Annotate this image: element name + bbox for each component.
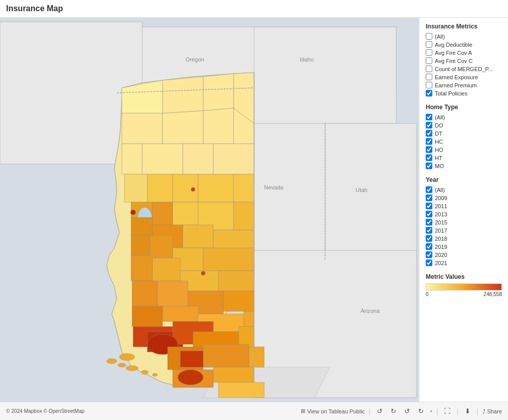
year-label-yr_2018[interactable]: 2018 bbox=[435, 236, 447, 242]
home-type-label-ht_ht[interactable]: HT bbox=[435, 155, 442, 161]
dropdown-arrow: ▾ bbox=[430, 408, 432, 414]
insurance-metric-checkbox-count_merged[interactable] bbox=[426, 66, 432, 72]
metric-gradient: 0 246,558 bbox=[426, 283, 502, 297]
svg-marker-57 bbox=[239, 327, 254, 347]
home-type-checkbox-ht_ho[interactable] bbox=[426, 146, 432, 153]
year-checkbox-yr_2011[interactable] bbox=[426, 203, 432, 209]
undo-button[interactable]: ↺ bbox=[375, 406, 385, 416]
year-label-yr_2011[interactable]: 2011 bbox=[435, 203, 447, 209]
redo-button[interactable]: ↻ bbox=[389, 406, 398, 416]
footer-divider-3: | bbox=[457, 407, 459, 415]
svg-marker-41 bbox=[152, 258, 180, 281]
home-type-label-ht_do[interactable]: DO bbox=[435, 122, 443, 128]
home-type-label-ht_all[interactable]: (All) bbox=[435, 114, 445, 120]
year-label-yr_2020[interactable]: 2020 bbox=[435, 252, 447, 258]
california-map bbox=[107, 73, 264, 398]
svg-marker-39 bbox=[203, 248, 254, 271]
svg-marker-40 bbox=[131, 255, 152, 281]
insurance-metric-checkbox-avg_fire_cov_a[interactable] bbox=[426, 49, 432, 56]
share-button[interactable]: ⤴ Share bbox=[483, 408, 502, 414]
svg-marker-64 bbox=[213, 367, 254, 382]
svg-marker-60 bbox=[203, 344, 249, 367]
year-label-yr_2009[interactable]: 2009 bbox=[435, 195, 447, 201]
year-checkbox-yr_2020[interactable] bbox=[426, 251, 432, 258]
home-type-checkbox-ht_do[interactable] bbox=[426, 122, 432, 128]
insurance-metric-label-avg_fire_cov_c[interactable]: Avg Fire Cov C bbox=[435, 58, 472, 64]
year-checkbox-yr_2015[interactable] bbox=[426, 219, 432, 225]
download-button[interactable]: ⬇ bbox=[463, 406, 472, 416]
insurance-metric-label-all[interactable]: (All) bbox=[435, 34, 445, 40]
svg-marker-51 bbox=[244, 311, 254, 327]
redo-button-2[interactable]: ↻ bbox=[416, 406, 426, 416]
year-label-yr_2013[interactable]: 2013 bbox=[435, 211, 447, 217]
year-item-yr_2018: 2018 bbox=[426, 235, 502, 242]
home-type-checkbox-ht_ht[interactable] bbox=[426, 154, 432, 161]
insurance-metric-item-count_merged: Count of MERGED_P... bbox=[426, 66, 502, 72]
insurance-metric-item-avg_deductible: Avg Deductible bbox=[426, 41, 502, 48]
svg-marker-11 bbox=[203, 74, 234, 111]
home-type-label-ht_dt[interactable]: DT bbox=[435, 131, 442, 137]
insurance-metric-label-count_merged[interactable]: Count of MERGED_P... bbox=[435, 66, 493, 72]
year-checkbox-yr_2009[interactable] bbox=[426, 195, 432, 201]
year-label-yr_2019[interactable]: 2019 bbox=[435, 244, 447, 250]
home-type-label-ht_hc[interactable]: HC bbox=[435, 139, 443, 145]
year-checkbox-yr_2018[interactable] bbox=[426, 235, 432, 242]
view-on-tableau-button[interactable]: ⊞ View on Tableau Public bbox=[301, 408, 365, 414]
home-type-checkbox-ht_dt[interactable] bbox=[426, 130, 432, 137]
insurance-metric-label-earned_premium[interactable]: Earned Premium bbox=[435, 82, 477, 88]
year-checkbox-yr_2021[interactable] bbox=[426, 260, 432, 266]
svg-point-63 bbox=[178, 370, 203, 385]
svg-marker-18 bbox=[142, 144, 183, 174]
insurance-metric-checkbox-avg_fire_cov_c[interactable] bbox=[426, 57, 432, 64]
year-item-yr_all: (All) bbox=[426, 186, 502, 193]
gradient-labels: 0 246,558 bbox=[426, 292, 502, 297]
svg-point-73 bbox=[191, 187, 195, 191]
fullscreen-button[interactable]: ⛶ bbox=[442, 406, 453, 416]
year-checkbox-yr_2017[interactable] bbox=[426, 227, 432, 234]
home-type-label-ht_ho[interactable]: HO bbox=[435, 147, 443, 153]
insurance-metric-checkbox-earned_premium[interactable] bbox=[426, 82, 432, 88]
insurance-metric-label-earned_exposure[interactable]: Earned Exposure bbox=[435, 74, 478, 80]
home-type-checkbox-ht_hc[interactable] bbox=[426, 138, 432, 145]
view-label: View on Tableau Public bbox=[307, 408, 365, 414]
home-type-checkbox-ht_all[interactable] bbox=[426, 114, 432, 120]
insurance-metric-label-avg_fire_cov_a[interactable]: Avg Fire Cov A bbox=[435, 50, 472, 56]
nevada-label: Nevada bbox=[264, 184, 284, 190]
year-label-yr_2017[interactable]: 2017 bbox=[435, 228, 447, 234]
svg-marker-17 bbox=[122, 144, 142, 174]
insurance-metric-checkbox-all[interactable] bbox=[426, 33, 432, 40]
share-label: Share bbox=[487, 408, 502, 414]
svg-marker-22 bbox=[147, 174, 173, 202]
insurance-metrics-title: Insurance Metrics bbox=[426, 23, 502, 30]
home-type-item-ht_all: (All) bbox=[426, 114, 502, 120]
undo-button-2[interactable]: ↺ bbox=[402, 406, 412, 416]
year-checkbox-yr_all[interactable] bbox=[426, 186, 432, 193]
svg-point-72 bbox=[131, 210, 136, 215]
insurance-metric-label-total_policies[interactable]: Total Policies bbox=[435, 90, 467, 96]
arizona-label: Arizona bbox=[361, 308, 380, 314]
insurance-metric-checkbox-avg_deductible[interactable] bbox=[426, 41, 432, 48]
insurance-metric-item-total_policies: Total Policies bbox=[426, 90, 502, 96]
footer: © 2024 Mapbox © OpenStreetMap ⊞ View on … bbox=[0, 402, 508, 420]
insurance-metric-checkbox-earned_exposure[interactable] bbox=[426, 74, 432, 80]
footer-divider-1: | bbox=[369, 407, 371, 415]
year-item-yr_2021: 2021 bbox=[426, 260, 502, 266]
svg-marker-37 bbox=[150, 235, 173, 258]
home-type-checkbox-ht_mo[interactable] bbox=[426, 163, 432, 169]
home-type-label-ht_mo[interactable]: MO bbox=[435, 163, 444, 169]
svg-marker-24 bbox=[198, 174, 234, 202]
year-item-yr_2017: 2017 bbox=[426, 227, 502, 234]
svg-marker-19 bbox=[183, 144, 213, 174]
year-label-yr_2021[interactable]: 2021 bbox=[435, 260, 447, 266]
year-checkbox-yr_2013[interactable] bbox=[426, 211, 432, 217]
home-type-section: Home Type (All)DODTHCHOHTMO bbox=[426, 104, 502, 169]
year-checkbox-yr_2019[interactable] bbox=[426, 243, 432, 250]
svg-point-66 bbox=[119, 353, 135, 361]
year-label-yr_2015[interactable]: 2015 bbox=[435, 219, 447, 225]
insurance-metric-label-avg_deductible[interactable]: Avg Deductible bbox=[435, 42, 472, 48]
svg-marker-32 bbox=[131, 217, 152, 235]
insurance-metric-item-earned_exposure: Earned Exposure bbox=[426, 74, 502, 80]
year-label-yr_all[interactable]: (All) bbox=[435, 187, 445, 193]
insurance-metric-checkbox-total_policies[interactable] bbox=[426, 90, 432, 96]
home-type-list: (All)DODTHCHOHTMO bbox=[426, 114, 502, 169]
